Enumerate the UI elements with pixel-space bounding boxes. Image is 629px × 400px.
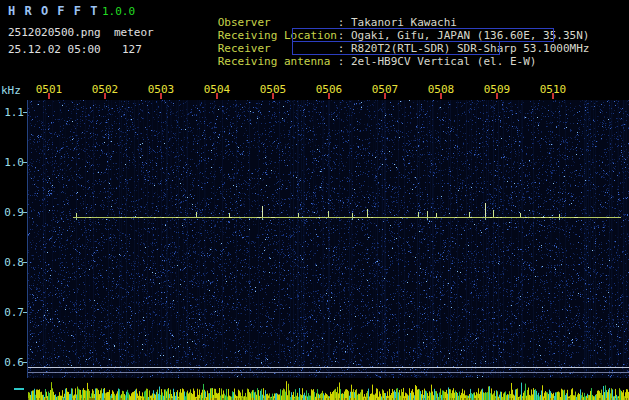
x-tick-mark — [160, 93, 162, 99]
info-row: Observer: Takanori Kawachi — [178, 3, 626, 16]
strip-scale-tick — [14, 388, 24, 390]
info-value: : 2el-HB9CV Vertical (el. E-W) — [338, 55, 537, 68]
app-title: H R O F F T — [8, 4, 98, 18]
x-tick-mark — [272, 93, 274, 99]
x-tick-mark — [384, 93, 386, 99]
info-label: Observer — [218, 16, 338, 29]
y-axis-label: 1.1 — [0, 106, 24, 119]
app-version: 1.0.0 — [102, 5, 135, 18]
echo-count: 127 — [122, 43, 142, 56]
y-axis-label: 0.9 — [0, 206, 24, 219]
x-tick-mark — [104, 93, 106, 99]
spectrogram-canvas — [28, 100, 629, 378]
info-label: Receiver — [218, 42, 338, 55]
y-axis-label: 1.0 — [0, 156, 24, 169]
activity-strip-canvas — [28, 380, 629, 400]
y-axis-unit: kHz — [1, 84, 21, 97]
hrofft-screen: H R O F F T 1.0.0 2512020500.png meteor … — [0, 0, 629, 400]
info-label: Receiving antenna — [218, 55, 338, 68]
info-value: : Ogaki, Gifu, JAPAN (136.60E, 35.35N) — [338, 29, 590, 42]
y-axis-label: 0.8 — [0, 256, 24, 269]
observation-datetime: 25.12.02 05:00 — [8, 43, 101, 56]
x-tick-mark — [328, 93, 330, 99]
x-tick-mark — [496, 93, 498, 99]
y-axis-label: 0.7 — [0, 306, 24, 319]
output-filename: 2512020500.png — [8, 26, 101, 39]
x-tick-mark — [48, 93, 50, 99]
info-value: : R820T2(RTL-SDR) SDR-Sharp 53.1000MHz — [338, 42, 590, 55]
mode-label: meteor — [114, 26, 154, 39]
y-axis-label: 0.6 — [0, 356, 24, 369]
x-tick-mark — [440, 93, 442, 99]
info-value: : Takanori Kawachi — [338, 16, 457, 29]
x-tick-mark — [552, 93, 554, 99]
info-label: Receiving Location — [218, 29, 338, 42]
station-info-block: Observer: Takanori Kawachi Receiving Loc… — [178, 3, 626, 55]
x-tick-mark — [216, 93, 218, 99]
